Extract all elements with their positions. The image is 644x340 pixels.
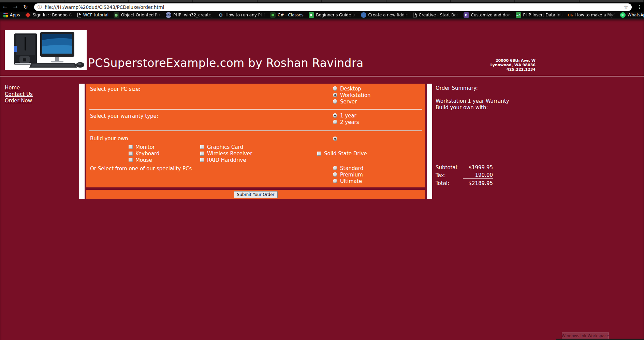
option-1-year: 1 year [333, 112, 359, 119]
radio-premium[interactable] [333, 172, 337, 177]
option-label: Monitor [135, 144, 155, 150]
radio-server[interactable] [333, 99, 337, 104]
checkbox-monitor[interactable] [129, 145, 133, 149]
tab-segment[interactable] [386, 0, 451, 2]
computer-illustration [5, 30, 87, 70]
option-label: Workstation [340, 92, 371, 98]
bookmark-item[interactable]: Sign In :: Bonobo Git S [25, 12, 72, 18]
tab-segment[interactable] [451, 0, 515, 2]
whatsapp-icon: ✆ [620, 12, 626, 18]
tab-segment[interactable] [0, 0, 64, 2]
option-ultimate: Ultimate [333, 178, 363, 184]
form-left-strip [79, 84, 85, 199]
site-info-icon[interactable]: ⓘ [38, 4, 42, 10]
option-workstation: Workstation [333, 92, 371, 98]
tab-segment[interactable] [193, 0, 258, 2]
tab-segment[interactable] [322, 0, 386, 2]
component-monitor: Monitor [129, 144, 160, 150]
component-raid-harddrive: RAID Harddrive [200, 157, 252, 163]
submit-order-button[interactable]: Submit Your Order [234, 191, 278, 198]
browser-tab-strip[interactable] [0, 0, 644, 2]
tab-segment[interactable] [129, 0, 193, 2]
subtotal-label: Subtotal: [436, 165, 463, 171]
bookmark-item[interactable]: w3 PHP Insert Data Into N [516, 12, 563, 18]
bookmark-whatsapp[interactable]: ✆ WhatsApp [620, 12, 644, 18]
url-text[interactable]: file:///H:/wamp%20dud/CIS243/PCDeluxe/or… [45, 4, 164, 10]
bookmark-item[interactable]: B Customize and downl [464, 12, 511, 18]
option-server: Server [333, 98, 371, 105]
radio-ultimate[interactable] [333, 179, 337, 183]
component-keyboard: Keyboard [129, 150, 160, 157]
bookmark-label: Apps [10, 13, 20, 17]
checkbox-solid-state-drive[interactable] [317, 152, 321, 156]
bookmark-item[interactable]: Object Oriented Prog [114, 12, 161, 18]
nav-link-home[interactable]: Home [5, 85, 33, 91]
option-label: Keyboard [135, 151, 160, 157]
nav-link-order-now[interactable]: Order Now [5, 98, 33, 104]
radio-desktop[interactable] [333, 86, 337, 91]
option-label: Desktop [340, 86, 361, 92]
browser-menu-icon[interactable]: ⋮ [637, 4, 642, 10]
subtotal-row: Subtotal: $1999.95 [436, 164, 494, 171]
option-label: Premium [340, 172, 363, 178]
bookmark-label: WCF tutorial [83, 13, 108, 17]
taskbar-edge [556, 339, 644, 340]
bookmark-item[interactable]: ⚙ How to run any PHP S [218, 12, 265, 18]
green-play-icon [309, 12, 314, 18]
warranty-label: Select your warranty type: [90, 113, 158, 119]
page-title: PCSuperstoreExample.com by Roshan Ravind… [88, 56, 364, 70]
bookmark-item[interactable]: Creative - Start Boots [413, 13, 458, 17]
back-icon[interactable]: ← [0, 2, 10, 12]
bookmark-item[interactable]: C# - Classes [270, 12, 304, 18]
csharp-icon [270, 12, 276, 18]
bookmark-item[interactable]: ~ Create a new fiddle - [361, 12, 408, 18]
store-computer-image [5, 30, 87, 70]
bonobo-diamond-icon [25, 12, 31, 18]
checkbox-mouse[interactable] [129, 158, 133, 162]
bookmark-item[interactable]: CG How to make a MySQ [568, 12, 615, 18]
reload-icon[interactable]: ↻ [20, 2, 31, 12]
bookmark-item[interactable]: WCF tutorial [77, 13, 108, 17]
radio-build-your-own[interactable] [333, 137, 337, 141]
option-label: Standard [340, 165, 363, 171]
bookmark-star-icon[interactable]: ☆ [624, 4, 628, 10]
radio-1-year[interactable] [333, 113, 337, 118]
page-icon [77, 13, 81, 17]
build-your-own-label: Build your own [90, 136, 128, 142]
tab-segment[interactable] [64, 0, 129, 2]
nav-link-contact-us[interactable]: Contact Us [5, 91, 33, 98]
bookmark-item[interactable]: php PHP: win32_create_se [166, 12, 213, 18]
bookmark-label: Create a new fiddle - [368, 13, 408, 17]
component-solid-state-drive: Solid State Drive [317, 150, 367, 157]
radio-workstation[interactable] [333, 93, 337, 97]
option-label: Solid State Drive [324, 151, 367, 157]
order-form: Select your PC size: Desktop Workstation… [86, 84, 425, 199]
subtotal-value: $1999.95 [463, 165, 493, 171]
windows-ink-workspace-tooltip: Windows Ink Workspace [562, 332, 609, 339]
checkbox-keyboard[interactable] [129, 152, 133, 156]
side-nav: Home Contact Us Order Now [5, 85, 33, 104]
radio-standard[interactable] [333, 166, 337, 170]
component-mouse: Mouse [129, 157, 160, 163]
option-label: Graphics Card [207, 144, 243, 150]
tab-segment[interactable] [580, 0, 644, 2]
radio-2-years[interactable] [333, 120, 337, 124]
store-address: 20000 68th Ave. W Lynnwood, WA 98036 425… [478, 58, 536, 72]
bookmarks-bar: Apps Sign In :: Bonobo Git S WCF tutoria… [0, 12, 644, 19]
submit-row-divider [86, 187, 425, 190]
bookmark-label: Customize and downl [471, 13, 511, 17]
tab-segment[interactable] [258, 0, 322, 2]
section-divider [89, 109, 422, 110]
forward-icon[interactable]: → [10, 2, 20, 12]
tab-segment[interactable] [515, 0, 580, 2]
option-desktop: Desktop [333, 85, 371, 92]
checkbox-graphics-card[interactable] [200, 145, 204, 149]
address-bar[interactable]: ⓘ file:///H:/wamp%20dud/CIS243/PCDeluxe/… [34, 3, 632, 11]
bookmark-item[interactable]: Beginner's Guide to A [309, 12, 356, 18]
bookmark-apps[interactable]: Apps [3, 13, 20, 17]
summary-totals: Subtotal: $1999.95 Tax: 190.00 Total: $2… [436, 164, 494, 187]
checkbox-raid-harddrive[interactable] [200, 158, 204, 162]
component-graphics-card: Graphics Card [200, 144, 252, 150]
bootstrap-b-icon: B [464, 12, 469, 18]
checkbox-wireless-receiver[interactable] [200, 152, 204, 156]
